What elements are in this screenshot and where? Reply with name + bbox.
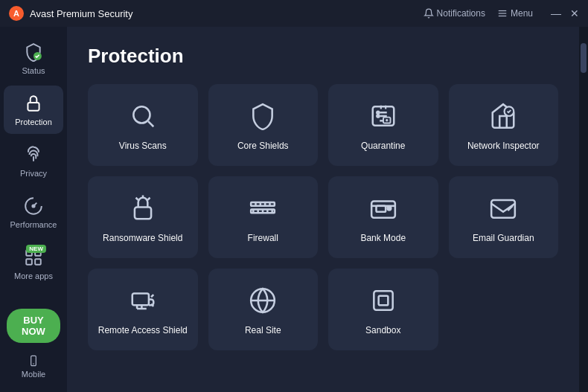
firewall-icon: [247, 193, 278, 224]
sidebar-item-privacy[interactable]: Privacy: [4, 137, 63, 185]
card-firewall-label: Firewall: [248, 233, 278, 245]
app-logo: A: [9, 6, 24, 21]
card-real-site[interactable]: Real Site: [208, 269, 319, 350]
shield-icon: [247, 100, 278, 132]
menu-button[interactable]: Menu: [497, 8, 533, 19]
card-network-inspector[interactable]: Network Inspector: [449, 84, 559, 166]
sidebar-item-more-apps-label: More apps: [14, 271, 53, 280]
card-core-shields-label: Core Shields: [237, 141, 289, 152]
new-badge: NEW: [26, 245, 46, 253]
card-ransomware-shield-label: Ransomware Shield: [103, 233, 182, 245]
sidebar-item-protection[interactable]: Protection: [4, 86, 63, 134]
ransomware-icon: [127, 193, 159, 224]
svg-rect-23: [135, 208, 151, 219]
remote-icon: [127, 285, 159, 316]
card-bank-mode-label: Bank Mode: [360, 233, 406, 245]
svg-rect-6: [28, 103, 39, 111]
card-quarantine-label: Quarantine: [361, 141, 405, 152]
protection-grid: Virus Scans Core Shields: [88, 84, 558, 350]
window-controls: — ✕: [551, 8, 579, 19]
sandbox-icon: [368, 285, 399, 316]
card-network-inspector-label: Network Inspector: [467, 141, 540, 152]
svg-rect-39: [491, 200, 515, 218]
mobile-icon: [28, 355, 39, 367]
svg-point-7: [32, 205, 34, 207]
titlebar-actions: Notifications Menu — ✕: [424, 8, 579, 19]
svg-rect-40: [132, 294, 149, 306]
card-virus-scans[interactable]: Virus Scans: [88, 84, 198, 166]
svg-rect-24: [251, 202, 275, 206]
svg-rect-11: [35, 259, 41, 265]
lock-icon: [23, 93, 44, 114]
close-button[interactable]: ✕: [570, 8, 579, 19]
svg-text:A: A: [13, 9, 19, 18]
buy-now-button[interactable]: BUY NOW: [7, 309, 60, 343]
card-real-site-label: Real Site: [245, 325, 281, 337]
card-virus-scans-label: Virus Scans: [119, 141, 167, 152]
grid-icon: NEW: [23, 247, 44, 268]
sidebar-item-performance[interactable]: Performance: [4, 188, 63, 237]
app-body: Status Protection: [0, 27, 588, 392]
card-sandbox[interactable]: Sandbox: [328, 269, 438, 350]
quarantine-icon: [368, 100, 399, 132]
app-title: Avast Premium Security: [30, 8, 424, 19]
card-remote-access-shield-label: Remote Access Shield: [98, 325, 188, 337]
sidebar: Status Protection: [0, 27, 67, 392]
scrollbar-track[interactable]: [579, 27, 588, 392]
svg-point-19: [377, 112, 379, 114]
sidebar-item-privacy-label: Privacy: [20, 169, 47, 178]
network-icon: [488, 100, 519, 132]
card-sandbox-label: Sandbox: [365, 325, 400, 337]
card-email-guardian-label: Email Guardian: [473, 233, 534, 245]
minimize-button[interactable]: —: [551, 8, 561, 19]
globe-icon: [247, 285, 278, 316]
notifications-button[interactable]: Notifications: [424, 8, 485, 19]
svg-point-20: [377, 115, 379, 118]
notifications-label: Notifications: [437, 8, 485, 19]
menu-label: Menu: [511, 8, 533, 19]
magnify-icon: [127, 100, 159, 132]
svg-point-14: [133, 107, 150, 123]
card-ransomware-shield[interactable]: Ransomware Shield: [88, 176, 198, 258]
svg-rect-10: [26, 259, 32, 265]
card-remote-access-shield[interactable]: Remote Access Shield: [88, 269, 198, 350]
page-title: Protection: [88, 45, 558, 68]
sidebar-item-mobile[interactable]: Mobile: [4, 349, 63, 385]
sidebar-mobile-label: Mobile: [22, 370, 45, 379]
shield-check-icon: [23, 42, 44, 62]
card-email-guardian[interactable]: Email Guardian: [449, 176, 559, 258]
scrollbar-thumb[interactable]: [581, 43, 587, 73]
main-content: Protection Virus Scans: [67, 27, 579, 392]
sidebar-item-status[interactable]: Status: [4, 34, 63, 83]
email-icon: [488, 193, 519, 224]
sidebar-item-protection-label: Protection: [15, 118, 52, 126]
card-bank-mode[interactable]: Bank Mode: [328, 176, 438, 258]
svg-rect-42: [374, 292, 392, 310]
svg-rect-43: [378, 296, 388, 306]
sidebar-item-status-label: Status: [22, 66, 45, 75]
sidebar-item-more-apps[interactable]: NEW More apps: [4, 240, 63, 288]
fingerprint-icon: [23, 144, 44, 165]
card-quarantine[interactable]: Quarantine: [328, 84, 438, 166]
titlebar: A Avast Premium Security Notifications M…: [0, 0, 588, 27]
svg-point-37: [387, 207, 391, 211]
svg-line-15: [148, 121, 153, 126]
bank-icon: [368, 193, 399, 224]
speedometer-icon: [23, 196, 44, 216]
card-firewall[interactable]: Firewall: [208, 176, 319, 258]
card-core-shields[interactable]: Core Shields: [208, 84, 319, 166]
sidebar-item-performance-label: Performance: [10, 220, 57, 229]
